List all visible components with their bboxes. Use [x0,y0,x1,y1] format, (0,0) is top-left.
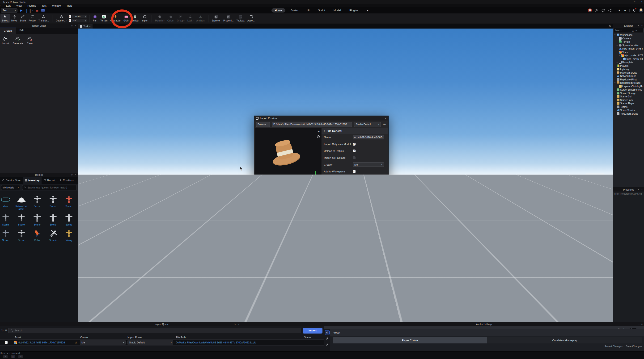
close-panel-icon[interactable]: × [75,24,76,27]
row-creator-dropdown[interactable]: Me▾ [80,340,126,345]
browse-button[interactable]: Browse... [256,122,270,127]
select-tool-button[interactable]: Select [0,14,10,23]
model-preview[interactable]: ⟲ [255,128,321,179]
client-server-icon[interactable] [41,9,44,12]
cloud-icon[interactable]: ☁ [624,9,626,12]
import-confirm-button[interactable]: Import [365,237,384,243]
save-changes-link[interactable]: Save Changes [626,345,642,348]
add-workspace-checkbox[interactable] [353,170,356,173]
tree-item[interactable]: Terrain [613,40,644,44]
comment-icon[interactable] [602,9,605,12]
keep-zero-bones-checkbox[interactable] [353,184,356,187]
terrain-import-button[interactable]: Import [2,36,9,45]
menu-edit[interactable]: Edit [6,4,10,7]
reset-camera-icon[interactable]: ⟲ [318,130,320,133]
color-button[interactable]: Color▾ [166,14,176,23]
close-dialog-button[interactable]: Close [340,237,360,243]
tree-item[interactable]: tripo_mesh_94753 [613,47,644,50]
toolbox-item[interactable]: Scene [45,213,61,226]
minimize-button[interactable]: – [628,0,629,3]
lock-button[interactable]: Lock▾ [186,14,195,23]
toolbox-item[interactable]: Scene [61,213,77,226]
close-tab-icon[interactable]: × [89,25,90,27]
tree-item[interactable]: StarterPack [613,98,644,102]
section-file-geometry[interactable]: ▸File Geometry [322,221,388,227]
popout-icon[interactable]: ⇱ [638,24,640,27]
column-path[interactable]: File Path [176,336,186,339]
column-status[interactable]: Status [304,336,311,339]
pause-output-icon[interactable]: ❙❙ [11,355,15,358]
queue-search-input[interactable] [14,329,299,332]
transform-tool-button[interactable]: Transfor... [37,14,50,23]
stop-icon[interactable]: ■ [36,9,38,12]
properties-filter-input[interactable] [614,192,642,195]
preset-consistent-gameplay[interactable]: Consistent Gameplay [487,337,642,344]
toolbox-item[interactable]: Scene [45,194,61,211]
tree-item[interactable]: NetworkClient [613,74,644,78]
maximize-button[interactable]: □ [634,0,636,3]
tab-ui[interactable]: UI [304,8,313,12]
explorer-search[interactable]: ◷ ⋯ [614,28,644,33]
more-icon[interactable]: ⋯ [635,29,637,32]
share-icon[interactable] [608,9,612,12]
close-panel-icon[interactable]: × [238,323,239,325]
toolbox-item[interactable]: Scene [61,194,77,211]
toolbox-item[interactable]: Robot [29,228,45,242]
asset-name-link[interactable]: 4cb4fb82-3d26-4d48-867c-1700a716532d [18,341,65,344]
viewport-settings-gear-icon[interactable]: ⚙ [608,25,611,28]
uses-cages-checkbox[interactable] [353,204,356,207]
toolbox-item[interactable]: Visor [0,194,14,211]
geometry-mode-button[interactable]: Geomet...▾ [54,14,68,23]
tab-add[interactable]: + [364,8,372,12]
close-panel-icon[interactable]: × [642,323,642,325]
more-options-icon[interactable]: ••• [383,123,386,126]
popout-icon[interactable]: ⇱ [638,323,640,325]
upload-roblox-checkbox[interactable] [353,150,356,152]
toolbox-item[interactable]: Scene [0,228,14,242]
toolbox-item[interactable]: Scene [0,213,14,226]
part-button[interactable]: Part [91,14,99,23]
creator-dropdown[interactable]: Me▾ [353,162,384,167]
tree-item[interactable]: ▸SpawnLocation [613,44,644,47]
tree-item[interactable]: tripo_mesh_94 [613,57,644,61]
tree-item[interactable]: ▸Baseplate [613,61,644,64]
queue-search[interactable] [8,328,301,333]
import-button[interactable]: Import [140,14,150,23]
snap-move-field[interactable]: 1 studs▲▼ [72,15,87,18]
toolbox-item[interactable]: Scene [29,194,45,211]
set-pivot-checkbox[interactable] [353,191,356,193]
revert-changes-link[interactable]: Revert Changes [604,345,622,348]
toolbox-tab-recent[interactable]: Recent [42,177,57,184]
tab-home[interactable]: Home [272,8,286,12]
section-file-general[interactable]: ▾File General [322,128,388,134]
move-tool-button[interactable]: Move [10,14,18,23]
file-path-input[interactable] [273,123,350,126]
import-tree-item[interactable]: ▸ tripo_node_52f8c707-6f0e-4ea7-8a57-3a1… [255,191,321,196]
close-button[interactable]: × [641,0,642,3]
toolbox-item[interactable]: Viking [61,228,77,242]
toolbox-tab-creations[interactable]: Creations [57,177,76,184]
menu-test[interactable]: Test [42,4,46,7]
tree-item[interactable]: ▾Workspace [613,33,644,37]
add-collaborator-icon[interactable] [595,9,598,12]
row-file-path-link[interactable]: D:/Mark's Files/Downloads/4cb4fb82-3d26-… [176,341,256,344]
import-tree-item[interactable]: 4cb4fb82-3d26-4d48-867c-1700a716532d [255,186,321,191]
command-input[interactable] [0,352,95,355]
tree-item[interactable]: StarterPlayer [613,102,644,105]
queue-row[interactable]: 4cb4fb82-3d26-4d48-867c-1700a716532d ⚠ M… [0,340,324,346]
history-icon[interactable]: ◷ [632,29,634,32]
avatar-person-icon[interactable] [325,336,330,341]
explorer-search-input[interactable] [615,29,631,32]
column-creator[interactable]: Creator [80,336,88,339]
tab-script[interactable]: Script [315,8,328,12]
tree-item[interactable]: MaterialService [613,71,644,74]
section-rig-general[interactable]: ▸Rig General [322,209,388,215]
name-input[interactable] [354,136,382,139]
toolbox-item[interactable]: Scene [29,213,45,226]
insert-scene-position-checkbox[interactable] [353,177,356,180]
queue-import-button[interactable]: Import [303,328,322,334]
import-package-checkbox[interactable] [353,156,356,159]
toolbox-category-dropdown[interactable]: My Models▾ [1,185,20,190]
scene-tab[interactable]: Test × [78,24,92,28]
tree-item[interactable]: TextChatService [613,112,644,116]
